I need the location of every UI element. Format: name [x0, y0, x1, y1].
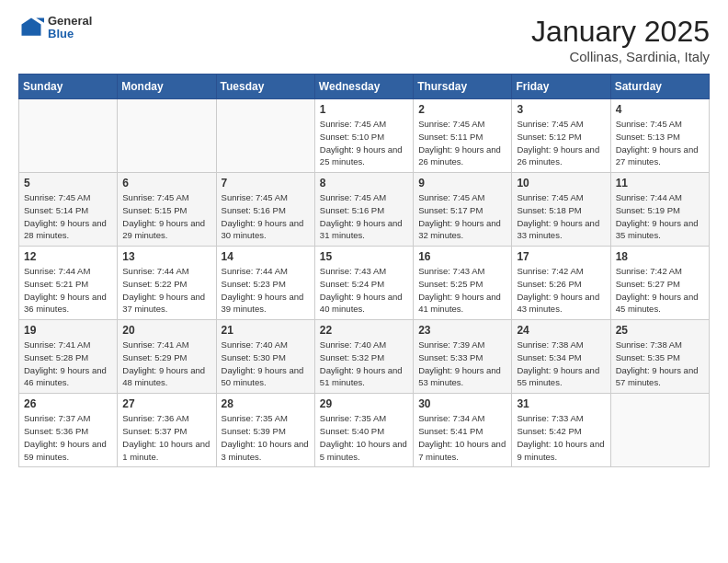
calendar-cell: 8Sunrise: 7:45 AMSunset: 5:16 PMDaylight… — [314, 173, 413, 247]
weekday-header-wednesday: Wednesday — [314, 75, 413, 99]
weekday-header-row: SundayMondayTuesdayWednesdayThursdayFrid… — [19, 75, 710, 99]
calendar-cell: 15Sunrise: 7:43 AMSunset: 5:24 PMDayligh… — [314, 247, 413, 320]
day-number: 15 — [320, 250, 408, 263]
weekday-header-sunday: Sunday — [19, 75, 118, 99]
weekday-header-tuesday: Tuesday — [216, 75, 314, 99]
week-row-5: 26Sunrise: 7:37 AMSunset: 5:36 PMDayligh… — [19, 394, 710, 467]
day-info: Sunrise: 7:43 AMSunset: 5:25 PMDaylight:… — [418, 265, 506, 316]
day-number: 21 — [222, 324, 310, 337]
day-number: 13 — [122, 250, 210, 263]
day-number: 11 — [616, 177, 704, 190]
day-number: 8 — [320, 177, 408, 190]
calendar-cell: 21Sunrise: 7:40 AMSunset: 5:30 PMDayligh… — [216, 320, 314, 394]
day-info: Sunrise: 7:33 AMSunset: 5:42 PMDaylight:… — [517, 412, 605, 463]
day-number: 22 — [320, 324, 408, 337]
svg-marker-0 — [22, 18, 41, 36]
calendar-cell: 23Sunrise: 7:39 AMSunset: 5:33 PMDayligh… — [414, 320, 512, 394]
day-number: 27 — [122, 397, 210, 410]
day-number: 20 — [122, 324, 210, 337]
day-number: 23 — [418, 324, 506, 337]
day-info: Sunrise: 7:44 AMSunset: 5:23 PMDaylight:… — [222, 265, 310, 316]
calendar-cell: 25Sunrise: 7:38 AMSunset: 5:35 PMDayligh… — [610, 320, 709, 394]
day-info: Sunrise: 7:44 AMSunset: 5:19 PMDaylight:… — [616, 191, 704, 242]
day-info: Sunrise: 7:42 AMSunset: 5:26 PMDaylight:… — [517, 265, 605, 316]
day-number: 1 — [320, 103, 408, 116]
calendar-cell: 9Sunrise: 7:45 AMSunset: 5:17 PMDaylight… — [414, 173, 512, 247]
day-info: Sunrise: 7:45 AMSunset: 5:12 PMDaylight:… — [517, 118, 605, 168]
day-number: 16 — [418, 250, 506, 263]
day-info: Sunrise: 7:35 AMSunset: 5:39 PMDaylight:… — [222, 412, 310, 463]
day-info: Sunrise: 7:38 AMSunset: 5:35 PMDaylight:… — [616, 339, 704, 389]
day-number: 4 — [616, 103, 704, 116]
logo-general-text: General — [48, 15, 92, 28]
day-info: Sunrise: 7:37 AMSunset: 5:36 PMDaylight:… — [24, 412, 112, 463]
day-info: Sunrise: 7:45 AMSunset: 5:18 PMDaylight:… — [517, 191, 605, 242]
calendar-cell: 6Sunrise: 7:45 AMSunset: 5:15 PMDaylight… — [118, 173, 216, 247]
day-number: 25 — [616, 324, 704, 337]
calendar-cell: 12Sunrise: 7:44 AMSunset: 5:21 PMDayligh… — [19, 247, 118, 320]
month-title: January 2025 — [531, 15, 710, 49]
calendar-cell: 13Sunrise: 7:44 AMSunset: 5:22 PMDayligh… — [118, 247, 216, 320]
day-info: Sunrise: 7:45 AMSunset: 5:16 PMDaylight:… — [222, 191, 310, 242]
location-title: Collinas, Sardinia, Italy — [531, 49, 710, 64]
day-info: Sunrise: 7:45 AMSunset: 5:16 PMDaylight:… — [320, 191, 408, 242]
day-info: Sunrise: 7:39 AMSunset: 5:33 PMDaylight:… — [418, 339, 506, 389]
calendar-cell: 7Sunrise: 7:45 AMSunset: 5:16 PMDaylight… — [216, 173, 314, 247]
day-info: Sunrise: 7:45 AMSunset: 5:10 PMDaylight:… — [320, 118, 408, 168]
calendar-cell — [610, 394, 709, 467]
day-number: 14 — [222, 250, 310, 263]
weekday-header-monday: Monday — [118, 75, 216, 99]
day-info: Sunrise: 7:44 AMSunset: 5:22 PMDaylight:… — [122, 265, 210, 316]
page: General Blue January 2025 Collinas, Sard… — [0, 0, 728, 482]
week-row-2: 5Sunrise: 7:45 AMSunset: 5:14 PMDaylight… — [19, 173, 710, 247]
calendar-cell: 11Sunrise: 7:44 AMSunset: 5:19 PMDayligh… — [610, 173, 709, 247]
calendar-cell: 3Sunrise: 7:45 AMSunset: 5:12 PMDaylight… — [512, 99, 610, 173]
day-info: Sunrise: 7:44 AMSunset: 5:21 PMDaylight:… — [24, 265, 112, 316]
day-info: Sunrise: 7:43 AMSunset: 5:24 PMDaylight:… — [320, 265, 408, 316]
calendar-cell: 26Sunrise: 7:37 AMSunset: 5:36 PMDayligh… — [19, 394, 118, 467]
calendar-cell — [216, 99, 314, 173]
calendar-cell: 27Sunrise: 7:36 AMSunset: 5:37 PMDayligh… — [118, 394, 216, 467]
day-number: 17 — [517, 250, 605, 263]
logo-blue-text: Blue — [48, 28, 92, 40]
calendar-cell — [19, 99, 118, 173]
day-number: 31 — [517, 397, 605, 410]
weekday-header-thursday: Thursday — [414, 75, 512, 99]
day-number: 19 — [24, 324, 112, 337]
title-block: January 2025 Collinas, Sardinia, Italy — [531, 15, 710, 64]
day-info: Sunrise: 7:45 AMSunset: 5:11 PMDaylight:… — [418, 118, 506, 168]
calendar-cell: 18Sunrise: 7:42 AMSunset: 5:27 PMDayligh… — [610, 247, 709, 320]
calendar-cell: 29Sunrise: 7:35 AMSunset: 5:40 PMDayligh… — [314, 394, 413, 467]
day-info: Sunrise: 7:41 AMSunset: 5:28 PMDaylight:… — [24, 339, 112, 389]
calendar-cell: 24Sunrise: 7:38 AMSunset: 5:34 PMDayligh… — [512, 320, 610, 394]
calendar-table: SundayMondayTuesdayWednesdayThursdayFrid… — [18, 74, 710, 467]
header: General Blue January 2025 Collinas, Sard… — [18, 15, 710, 64]
calendar-cell: 28Sunrise: 7:35 AMSunset: 5:39 PMDayligh… — [216, 394, 314, 467]
day-info: Sunrise: 7:36 AMSunset: 5:37 PMDaylight:… — [122, 412, 210, 463]
day-number: 9 — [418, 177, 506, 190]
day-number: 12 — [24, 250, 112, 263]
calendar-cell — [118, 99, 216, 173]
calendar-cell: 10Sunrise: 7:45 AMSunset: 5:18 PMDayligh… — [512, 173, 610, 247]
day-info: Sunrise: 7:45 AMSunset: 5:15 PMDaylight:… — [122, 191, 210, 242]
day-number: 29 — [320, 397, 408, 410]
calendar-cell: 5Sunrise: 7:45 AMSunset: 5:14 PMDaylight… — [19, 173, 118, 247]
day-info: Sunrise: 7:45 AMSunset: 5:13 PMDaylight:… — [616, 118, 704, 168]
day-number: 28 — [222, 397, 310, 410]
calendar-cell: 2Sunrise: 7:45 AMSunset: 5:11 PMDaylight… — [414, 99, 512, 173]
logo-icon — [18, 15, 44, 40]
calendar-cell: 1Sunrise: 7:45 AMSunset: 5:10 PMDaylight… — [314, 99, 413, 173]
day-info: Sunrise: 7:42 AMSunset: 5:27 PMDaylight:… — [616, 265, 704, 316]
weekday-header-friday: Friday — [512, 75, 610, 99]
day-number: 2 — [418, 103, 506, 116]
day-info: Sunrise: 7:41 AMSunset: 5:29 PMDaylight:… — [122, 339, 210, 389]
day-number: 7 — [222, 177, 310, 190]
day-number: 24 — [517, 324, 605, 337]
weekday-header-saturday: Saturday — [610, 75, 709, 99]
day-info: Sunrise: 7:45 AMSunset: 5:17 PMDaylight:… — [418, 191, 506, 242]
week-row-1: 1Sunrise: 7:45 AMSunset: 5:10 PMDaylight… — [19, 99, 710, 173]
calendar-cell: 30Sunrise: 7:34 AMSunset: 5:41 PMDayligh… — [414, 394, 512, 467]
calendar-cell: 4Sunrise: 7:45 AMSunset: 5:13 PMDaylight… — [610, 99, 709, 173]
logo: General Blue — [18, 15, 92, 41]
day-number: 5 — [24, 177, 112, 190]
